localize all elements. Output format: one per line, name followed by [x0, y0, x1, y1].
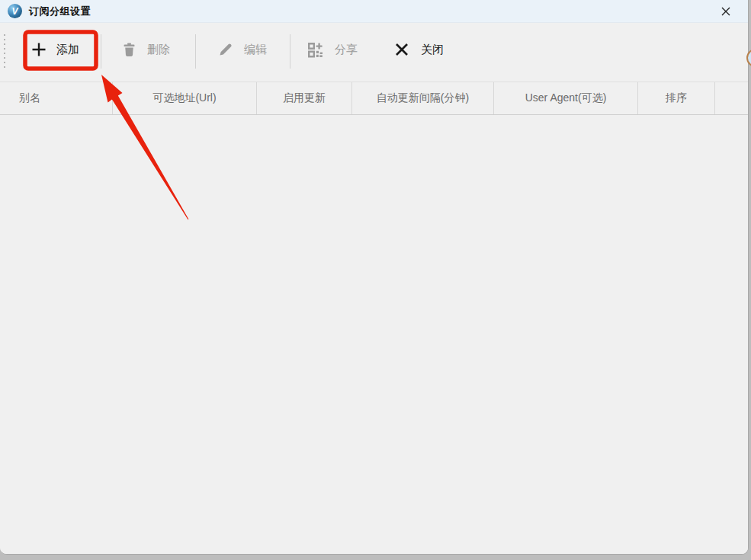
- titlebar: V 订阅分组设置: [0, 0, 748, 23]
- toolbar-grip-handle[interactable]: [4, 34, 5, 69]
- add-button[interactable]: 添加: [31, 32, 79, 67]
- table-empty-body[interactable]: [0, 115, 748, 554]
- column-header-url[interactable]: 可选地址(Url): [113, 82, 257, 114]
- window-close-button[interactable]: [714, 2, 737, 21]
- app-logo-icon: V: [8, 4, 22, 18]
- share-button[interactable]: 分享: [306, 32, 358, 67]
- column-header-update-interval[interactable]: 自动更新间隔(分钟): [352, 82, 494, 114]
- subscription-group-settings-window: V 订阅分组设置 添加: [0, 0, 749, 555]
- window-title: 订阅分组设置: [29, 5, 91, 18]
- add-button-label: 添加: [56, 43, 79, 57]
- trash-icon: [122, 42, 136, 57]
- table-header-row: 别名 可选地址(Url) 启用更新 自动更新间隔(分钟) User Agent(…: [0, 82, 749, 115]
- column-header-enable-update[interactable]: 启用更新: [257, 82, 352, 114]
- close-button-label: 关闭: [421, 43, 444, 57]
- delete-button-label: 删除: [147, 43, 170, 57]
- plus-icon: [31, 42, 47, 57]
- column-header-sort[interactable]: 排序: [638, 82, 715, 114]
- column-header-alias[interactable]: 别名: [0, 82, 113, 114]
- toolbar: 添加 删除 编辑: [0, 23, 748, 76]
- x-close-icon: [395, 43, 409, 56]
- delete-button[interactable]: 删除: [122, 32, 170, 67]
- edit-button-label: 编辑: [244, 43, 267, 57]
- toolbar-separator: [101, 34, 101, 69]
- close-window-button[interactable]: 关闭: [395, 32, 444, 67]
- pencil-icon: [218, 42, 233, 57]
- share-button-label: 分享: [335, 43, 358, 57]
- toolbar-separator: [195, 34, 196, 69]
- qr-code-share-icon: [306, 41, 324, 59]
- column-header-stub: [715, 82, 749, 114]
- close-icon: [720, 5, 732, 18]
- column-header-user-agent[interactable]: User Agent(可选): [494, 82, 638, 114]
- toolbar-separator: [290, 34, 290, 69]
- edit-button[interactable]: 编辑: [218, 32, 267, 67]
